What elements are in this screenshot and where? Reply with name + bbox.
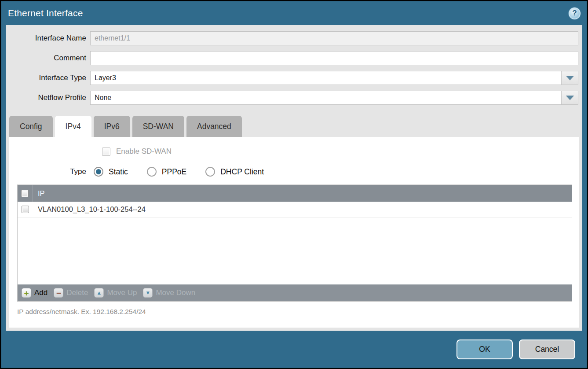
tab-ipv6[interactable]: IPv6: [94, 116, 130, 137]
ip-table-header: IP: [18, 185, 572, 202]
static-radio[interactable]: [94, 167, 103, 177]
tab-ipv4[interactable]: IPv4: [55, 116, 91, 137]
tab-sdwan[interactable]: SD-WAN: [132, 116, 184, 137]
form-row-interface-type: Interface Type Layer3: [6, 71, 582, 85]
comment-input[interactable]: [90, 51, 578, 65]
interface-name-input: [90, 31, 578, 45]
type-radio-group: Type Static PPPoE DHCP Client: [9, 167, 579, 177]
interface-type-label: Interface Type: [6, 74, 90, 82]
delete-button[interactable]: − Delete: [54, 288, 88, 298]
interface-name-label: Interface Name: [6, 34, 90, 43]
ip-format-hint: IP address/netmask. Ex. 192.168.2.254/24: [17, 308, 579, 316]
select-all-checkbox[interactable]: [21, 190, 29, 197]
titlebar: Ethernet Interface ?: [1, 1, 587, 25]
enable-sdwan-checkbox[interactable]: [102, 148, 110, 156]
chevron-down-icon: [566, 96, 574, 100]
move-up-button[interactable]: ▲ Move Up: [94, 288, 137, 298]
minus-icon: −: [54, 288, 63, 298]
cancel-button[interactable]: Cancel: [519, 339, 575, 359]
form-row-netflow-profile: Netflow Profile None: [6, 91, 582, 105]
move-down-button[interactable]: ▼ Move Down: [143, 288, 195, 298]
enable-sdwan-row: Enable SD-WAN: [102, 147, 579, 156]
radio-option-static[interactable]: Static: [94, 167, 128, 177]
form-row-interface-name: Interface Name: [6, 31, 582, 45]
dialog-footer: OK Cancel: [1, 331, 587, 368]
netflow-profile-dropdown[interactable]: None: [90, 91, 578, 105]
tab-advanced[interactable]: Advanced: [186, 116, 242, 137]
radio-option-dhcp-client[interactable]: DHCP Client: [205, 167, 264, 177]
pppoe-radio[interactable]: [147, 167, 157, 177]
dialog-body: Interface Name Comment Interface Type La…: [6, 25, 582, 331]
add-button[interactable]: + Add: [22, 288, 47, 298]
ip-table-body: VLAN0100_L3_10-1-100-254--24: [18, 202, 572, 284]
netflow-profile-dropdown-button[interactable]: [561, 91, 578, 104]
enable-sdwan-label: Enable SD-WAN: [116, 147, 172, 156]
row-checkbox-cell: [18, 202, 33, 217]
ip-cell-value[interactable]: VLAN0100_L3_10-1-100-254--24: [33, 205, 146, 214]
move-down-button-label: Move Down: [156, 288, 195, 297]
row-checkbox[interactable]: [22, 206, 29, 213]
table-row[interactable]: VLAN0100_L3_10-1-100-254--24: [18, 202, 572, 218]
pppoe-radio-label: PPPoE: [162, 167, 186, 177]
dhcp-client-radio-label: DHCP Client: [220, 167, 264, 177]
add-button-label: Add: [34, 288, 47, 297]
arrow-up-icon: ▲: [94, 288, 104, 298]
ethernet-interface-dialog: Ethernet Interface ? Interface Name Comm…: [1, 1, 587, 368]
interface-type-value: Layer3: [95, 74, 116, 82]
delete-button-label: Delete: [66, 288, 88, 297]
netflow-profile-label: Netflow Profile: [6, 93, 90, 102]
help-icon[interactable]: ?: [569, 7, 581, 19]
dialog-title: Ethernet Interface: [8, 8, 83, 18]
ip-column-header: IP: [33, 189, 45, 198]
ip-table: IP VLAN0100_L3_10-1-100-254--24 + Add: [17, 184, 572, 302]
tab-strip: Config IPv4 IPv6 SD-WAN Advanced: [6, 116, 582, 137]
type-label: Type: [9, 167, 94, 176]
form-row-comment: Comment: [6, 51, 582, 65]
chevron-down-icon: [566, 76, 574, 80]
move-up-button-label: Move Up: [107, 288, 137, 297]
ipv4-tab-panel: Enable SD-WAN Type Static PPPoE DHCP Cli…: [9, 137, 579, 328]
netflow-profile-value: None: [95, 94, 111, 102]
ok-button[interactable]: OK: [457, 339, 513, 359]
interface-type-dropdown-button[interactable]: [561, 71, 578, 85]
plus-icon: +: [22, 288, 31, 298]
select-all-cell: [18, 185, 33, 202]
static-radio-label: Static: [109, 167, 128, 177]
comment-label: Comment: [6, 54, 90, 63]
ip-table-toolbar: + Add − Delete ▲ Move Up ▼ Move Down: [18, 284, 572, 301]
dhcp-client-radio[interactable]: [205, 167, 215, 177]
tab-config[interactable]: Config: [9, 116, 53, 137]
radio-option-pppoe[interactable]: PPPoE: [147, 167, 186, 177]
interface-type-dropdown[interactable]: Layer3: [90, 71, 578, 85]
arrow-down-icon: ▼: [143, 288, 153, 298]
